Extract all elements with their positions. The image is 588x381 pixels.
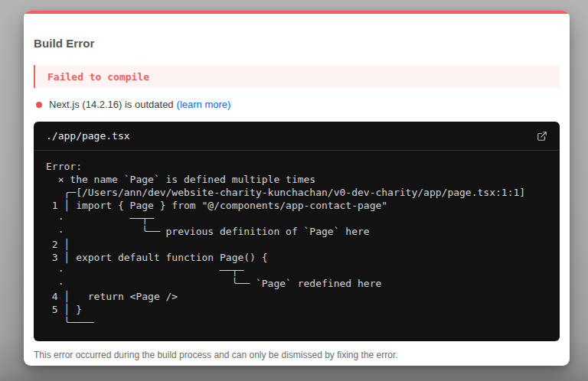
error-code-frame: ./app/page.tsx Error: × the name `Page` … <box>34 122 560 341</box>
external-link-icon <box>537 131 547 142</box>
dialog-body: Build Error Failed to compile Next.js (1… <box>24 14 570 366</box>
compiler-error-output: Error: × the name `Page` is defined mult… <box>34 151 560 329</box>
failed-to-compile-label: Failed to compile <box>47 71 149 83</box>
failed-to-compile-callout: Failed to compile <box>34 65 560 88</box>
dialog-title: Build Error <box>34 37 560 50</box>
outdated-status-dot-icon <box>36 102 42 108</box>
code-frame-header: ./app/page.tsx <box>34 122 560 151</box>
dialog-footer-note: This error occurred during the build pro… <box>34 350 560 360</box>
version-notice-text: Next.js (14.2.16) is outdated <box>49 99 174 110</box>
build-error-dialog: Build Error Failed to compile Next.js (1… <box>24 11 570 366</box>
version-notice-row: Next.js (14.2.16) is outdated (learn mor… <box>34 99 560 110</box>
error-file-path: ./app/page.tsx <box>46 130 130 142</box>
learn-more-link[interactable]: (learn more) <box>177 99 231 110</box>
open-in-editor-button[interactable] <box>537 131 547 142</box>
